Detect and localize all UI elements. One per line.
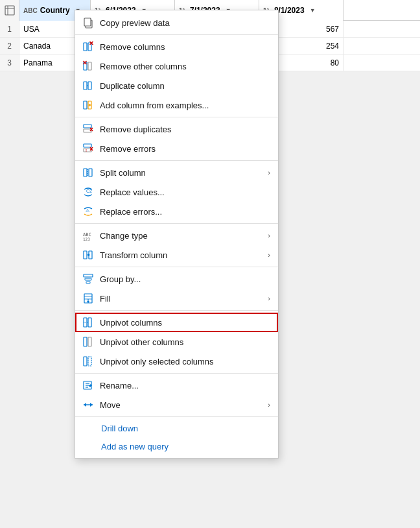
svg-rect-51 <box>84 337 87 346</box>
add-col-examples-icon <box>82 99 95 112</box>
rename-icon <box>82 379 95 392</box>
transform-col-icon <box>82 248 95 261</box>
svg-rect-36 <box>84 251 87 259</box>
context-menu: Copy preview data Remove columns Remove … <box>75 10 279 459</box>
svg-marker-60 <box>84 403 86 407</box>
svg-rect-13 <box>84 82 87 90</box>
move-icon <box>82 398 95 411</box>
menu-label-drill-down: Drill down <box>101 424 270 433</box>
menu-item-fill[interactable]: Fill › <box>75 289 278 308</box>
menu-item-copy-preview[interactable]: Copy preview data <box>75 13 278 32</box>
menu-item-rename[interactable]: Rename... <box>75 376 278 395</box>
svg-rect-40 <box>84 274 93 277</box>
country-header-label: Country <box>40 6 70 15</box>
menu-label-add-column-examples: Add column from examples... <box>100 101 270 110</box>
menu-label-copy-preview: Copy preview data <box>100 18 270 28</box>
menu-item-move[interactable]: Move › <box>75 395 278 414</box>
menu-label-unpivot-columns: Unpivot columns <box>100 318 270 328</box>
move-arrow: › <box>268 401 270 409</box>
remove-cols-icon <box>82 40 95 53</box>
svg-text:!: ! <box>86 149 87 152</box>
svg-rect-4 <box>84 18 91 26</box>
unpivot-cols-icon <box>82 316 95 329</box>
menu-label-replace-values: Replace values... <box>100 187 270 197</box>
menu-label-fill: Fill <box>100 294 262 304</box>
svg-rect-5 <box>84 43 87 51</box>
menu-item-unpivot-selected[interactable]: Unpivot only selected columns <box>75 352 278 371</box>
svg-text:⚠: ⚠ <box>86 208 89 213</box>
replace-errors-icon: ⚠ <box>82 205 95 218</box>
menu-label-unpivot-selected: Unpivot only selected columns <box>100 357 270 366</box>
row-num-3: 3 <box>0 54 19 71</box>
row-num-1: 1 <box>0 21 19 37</box>
svg-rect-20 <box>84 125 91 128</box>
group-by-icon <box>82 272 95 285</box>
menu-item-group-by[interactable]: Group by... <box>75 269 278 289</box>
menu-label-remove-columns: Remove columns <box>100 42 270 52</box>
menu-label-split-column: Split column <box>100 168 262 178</box>
svg-rect-49 <box>88 318 91 327</box>
replace-values-icon: C2 <box>82 186 95 198</box>
menu-item-replace-errors[interactable]: ⚠ Replace errors... <box>75 202 278 221</box>
menu-item-drill-down[interactable]: Drill down <box>75 419 278 437</box>
divider-3 <box>75 160 278 161</box>
menu-item-transform-column[interactable]: Transform column › <box>75 245 278 265</box>
country-type-icon: ABC <box>23 7 38 14</box>
svg-rect-14 <box>88 82 91 90</box>
svg-rect-42 <box>86 282 90 283</box>
svg-text:123: 123 <box>83 237 90 241</box>
duplicate-icon <box>82 79 95 92</box>
remove-dups-icon <box>82 123 95 136</box>
menu-label-remove-other-columns: Remove other columns <box>100 62 270 71</box>
menu-item-remove-columns[interactable]: Remove columns <box>75 37 278 56</box>
menu-label-add-new-query: Add as new query <box>101 442 270 451</box>
divider-8 <box>75 416 278 417</box>
menu-item-remove-duplicates[interactable]: Remove duplicates <box>75 119 278 139</box>
svg-rect-41 <box>85 278 91 280</box>
svg-rect-16 <box>84 101 87 109</box>
svg-rect-29 <box>84 169 87 176</box>
svg-rect-54 <box>88 357 91 366</box>
menu-item-change-type[interactable]: ABC 123 Change type › <box>75 226 278 245</box>
menu-item-add-new-query[interactable]: Add as new query <box>75 437 278 455</box>
remove-errors-icon: ! <box>82 142 95 155</box>
menu-label-remove-duplicates: Remove duplicates <box>100 125 270 134</box>
table-icon <box>5 5 15 16</box>
change-type-arrow: › <box>268 232 270 239</box>
menu-label-rename: Rename... <box>100 381 270 390</box>
menu-item-duplicate-column[interactable]: Duplicate column <box>75 76 278 95</box>
menu-label-group-by: Group by... <box>100 274 270 284</box>
menu-label-change-type: Change type <box>100 231 262 241</box>
menu-label-unpivot-other-columns: Unpivot other columns <box>100 337 270 347</box>
menu-label-transform-column: Transform column <box>100 250 262 260</box>
divider-1 <box>75 34 278 35</box>
copy-icon <box>82 16 95 29</box>
split-col-icon <box>82 166 95 179</box>
unpivot-selected-icon <box>82 355 95 368</box>
svg-rect-52 <box>88 337 91 346</box>
date3-dropdown-arrow[interactable]: ▼ <box>310 7 316 14</box>
menu-label-duplicate-column: Duplicate column <box>100 81 270 91</box>
menu-item-unpivot-columns[interactable]: Unpivot columns <box>75 313 278 332</box>
remove-other-cols-icon <box>82 60 95 73</box>
menu-item-remove-errors[interactable]: ! Remove errors <box>75 139 278 158</box>
menu-item-add-column-examples[interactable]: Add column from examples... <box>75 95 278 115</box>
menu-label-move: Move <box>100 400 262 410</box>
menu-label-remove-errors: Remove errors <box>100 144 270 154</box>
transform-column-arrow: › <box>268 251 270 259</box>
menu-item-replace-values[interactable]: C2 Replace values... <box>75 182 278 202</box>
divider-7 <box>75 373 278 374</box>
svg-rect-30 <box>89 169 92 176</box>
menu-item-split-column[interactable]: Split column › <box>75 163 278 182</box>
divider-2 <box>75 117 278 117</box>
change-type-icon: ABC 123 <box>82 229 95 242</box>
svg-marker-61 <box>90 403 93 407</box>
divider-5 <box>75 267 278 267</box>
fill-arrow: › <box>268 294 270 302</box>
menu-item-unpivot-other-columns[interactable]: Unpivot other columns <box>75 332 278 352</box>
menu-item-remove-other-columns[interactable]: Remove other columns <box>75 56 278 76</box>
unpivot-other-icon <box>82 335 95 348</box>
row-num-header <box>0 0 19 21</box>
divider-4 <box>75 223 278 224</box>
svg-rect-53 <box>84 357 87 366</box>
